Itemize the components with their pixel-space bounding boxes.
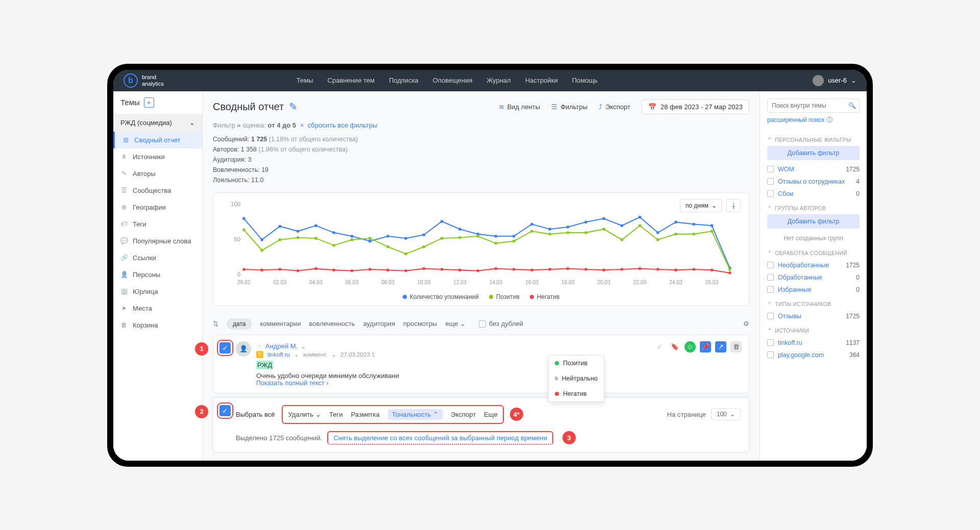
nodup-checkbox[interactable] [479,320,486,327]
filter-item[interactable]: WOM1725 [767,163,860,175]
svg-point-31 [495,235,498,238]
topic-selector[interactable]: РЖД (соцмедиа) ⌄ [113,114,202,132]
deselect-all-link[interactable]: Снять выделение со всех сообщений за выб… [327,431,553,445]
filter-item[interactable]: Избранные0 [767,284,860,296]
download-chart-button[interactable]: ⭳ [726,199,741,212]
filter-item[interactable]: Необработанные1725 [767,259,860,271]
clear-filter-icon[interactable]: × [300,121,304,129]
section-source-types[interactable]: ⌃ ТИПЫ ИСТОЧНИКОВ [767,301,860,307]
sort-more[interactable]: еще ⌄ [445,320,465,327]
svg-text:0: 0 [237,271,240,277]
sentiment-icon[interactable]: ☺ [684,341,696,352]
sort-comments[interactable]: комментарии [260,320,301,327]
filter-item[interactable]: Отзывы1725 [767,310,860,322]
add-group-filter-button[interactable]: Добавить фильтр [767,214,860,229]
sort-views[interactable]: просмотры [403,320,437,327]
section-author-groups[interactable]: ⌃ ГРУППЫ АВТОРОВ [767,205,860,211]
nav-help[interactable]: Помощь [572,77,598,84]
sidebar-icon: ☰ [120,187,128,194]
chevron-down-icon: ⌄ [851,77,856,84]
tone-negative[interactable]: Негатив [549,386,604,401]
search-input[interactable] [772,102,848,109]
sort-engagement[interactable]: вовлеченность [309,320,355,327]
select-all-label[interactable]: Выбрать всё [236,411,275,418]
section-processing[interactable]: ⌃ ОБРАБОТКА СООБЩЕНИЙ [767,250,860,256]
sort-icon[interactable]: ⇅ [213,320,218,327]
message-checkbox[interactable]: ✓ [219,342,231,354]
edit-icon[interactable]: ✎ [289,100,298,113]
sidebar-item[interactable]: 👤Персоны [113,266,202,283]
sidebar-item[interactable]: 💬Популярные слова [113,233,202,249]
reset-filters-link[interactable]: сбросить все фильтры [308,121,377,129]
bulk-delete[interactable]: Удалить⌄ [288,411,321,418]
sort-active[interactable]: дата [227,318,252,330]
source-link[interactable]: tinkoff.ru [267,351,290,358]
filter-item[interactable]: tinkoff.ru1137 [767,337,860,349]
settings-icon[interactable]: ⚙ [743,320,749,327]
bulk-markup[interactable]: Разметка [351,411,380,418]
filter-item[interactable]: Обработанные0 [767,271,860,284]
tone-neutral[interactable]: Нейтрально [549,371,604,386]
sidebar-item[interactable]: ➤Места [113,300,202,317]
nav-alerts[interactable]: Оповещения [433,77,473,84]
view-mode-button[interactable]: ≋Вид ленты [499,103,540,111]
filter-item[interactable]: Сбои0 [767,188,860,200]
advanced-search-link[interactable]: расширенный поиск ⓘ [767,116,832,124]
filter-item[interactable]: Отзывы о сотрудниках4 [767,175,860,188]
legend-item[interactable]: Количество упоминаний [403,293,479,300]
search-in-theme[interactable]: 🔍 [767,98,860,113]
delete-icon[interactable]: 🗑 [730,341,742,352]
bulk-tags[interactable]: Теги [329,411,342,418]
sidebar-item[interactable]: 🗑Корзина [113,317,202,334]
sidebar-item[interactable]: ✎Авторы [113,165,202,182]
svg-point-60 [512,239,516,242]
bulk-more[interactable]: Еще [484,411,497,418]
svg-point-17 [242,217,246,220]
filters-button[interactable]: ☰Фильтры [551,103,587,111]
checkbox-icon [767,190,774,197]
sidebar-item[interactable]: 🔗Ссылки [113,249,202,266]
section-sources[interactable]: ⌃ ИСТОЧНИКИ [767,327,860,334]
checkbox-icon [767,274,774,281]
sort-audience[interactable]: аудитория [363,320,395,327]
svg-point-96 [656,268,659,271]
filter-item[interactable]: play.google.com364 [767,349,860,361]
show-full-text-link[interactable]: Показать полный текст › [256,380,741,387]
select-all-checkbox[interactable]: ✓ [219,405,231,416]
user-menu[interactable]: user-6 ⌄ [813,75,856,86]
nav-journal[interactable]: Журнал [486,77,510,84]
svg-point-35 [567,225,570,229]
sidebar-item[interactable]: 🏢Юрлица [113,283,202,300]
sidebar-icon: ➤ [120,305,128,312]
legend-item[interactable]: Негатив [530,293,559,300]
svg-point-32 [512,235,516,238]
sidebar-item[interactable]: ▦Сводный отчет [113,132,202,148]
page-size-select[interactable]: 100⌄ [711,408,741,420]
check-icon[interactable]: ✓ [654,341,665,352]
date-range-picker[interactable]: 📅28 фев 2023 - 27 мар 2023 [642,99,749,114]
nav-subscribe[interactable]: Подписка [389,77,419,84]
bulk-export[interactable]: Экспорт [451,411,476,418]
bulk-tone[interactable]: Тональность⌃ [388,409,443,420]
bookmark-icon[interactable]: 🔖 [669,341,680,352]
sidebar-item[interactable]: ☰Сообщества [113,182,202,199]
section-personal-filters[interactable]: ⌃ ПЕРСОНАЛЬНЫЕ ФИЛЬТРЫ [767,137,860,143]
sidebar-item[interactable]: 🏷Теги [113,216,202,233]
nav-settings[interactable]: Настройки [525,77,558,84]
sidebar-item[interactable]: ⊕География [113,199,202,216]
export-button[interactable]: ⤴Экспорт [599,103,630,111]
nav-compare[interactable]: Сравнение тем [328,77,375,84]
pin-icon[interactable]: 📌 [700,341,711,352]
sidebar-item[interactable]: ⋔Источники [113,148,202,165]
add-theme-button[interactable]: + [144,97,154,108]
share-icon[interactable]: ↗ [715,341,726,352]
download-icon: ⭳ [730,201,737,209]
selected-count: Выделено 1725 сообщений. [236,434,322,442]
tone-positive[interactable]: Позитив [549,356,604,371]
granularity-select[interactable]: по дням⌄ [680,199,722,212]
legend-item[interactable]: Позитив [489,293,520,300]
svg-point-48 [297,236,300,239]
svg-text:06.03: 06.03 [346,280,359,285]
add-personal-filter-button[interactable]: Добавить фильтр [767,146,860,160]
nav-themes[interactable]: Темы [297,77,313,84]
